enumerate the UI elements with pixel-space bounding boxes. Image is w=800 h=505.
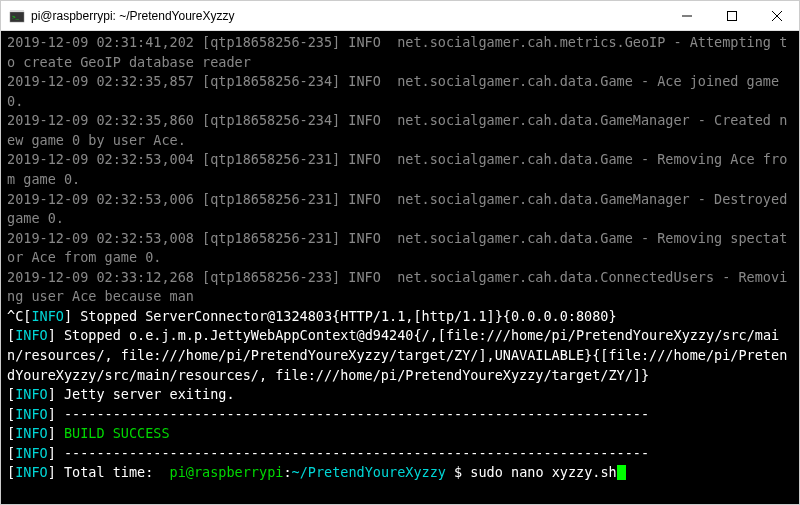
log-line: 2019-12-09 02:31:41,202 [qtp18658256-235… xyxy=(7,34,787,70)
svg-rect-4 xyxy=(727,11,736,20)
bracket: [ xyxy=(7,386,15,402)
bracket: [ xyxy=(7,464,15,480)
bracket: ] xyxy=(48,464,64,480)
bracket: [ xyxy=(7,406,15,422)
bracket: ] xyxy=(48,445,64,461)
minimize-icon xyxy=(682,11,692,21)
info-tag: INFO xyxy=(15,464,48,480)
maximize-icon xyxy=(727,11,737,21)
close-button[interactable] xyxy=(754,1,799,30)
log-text: ] Stopped ServerConnector@1324803{HTTP/1… xyxy=(64,308,617,324)
window-title: pi@raspberrypi: ~/PretendYoureXyzzy xyxy=(31,9,664,23)
prompt-sep: : xyxy=(283,464,291,480)
cursor xyxy=(617,465,626,480)
bracket: [ xyxy=(7,327,15,343)
svg-rect-1 xyxy=(10,10,24,12)
divider: ----------------------------------------… xyxy=(64,406,649,422)
bracket: ] xyxy=(48,406,64,422)
bracket: ] xyxy=(48,425,64,441)
app-icon: >_ xyxy=(9,8,25,24)
info-tag: INFO xyxy=(31,308,64,324)
info-tag: INFO xyxy=(15,445,48,461)
titlebar-controls xyxy=(664,1,799,30)
svg-text:>_: >_ xyxy=(12,14,20,21)
log-text: Jetty server exiting. xyxy=(64,386,235,402)
info-tag: INFO xyxy=(15,406,48,422)
terminal-output[interactable]: 2019-12-09 02:31:41,202 [qtp18658256-235… xyxy=(1,31,799,504)
log-line: 2019-12-09 02:32:53,004 [qtp18658256-231… xyxy=(7,151,787,187)
log-line: 2019-12-09 02:32:35,857 [qtp18658256-234… xyxy=(7,73,787,109)
bracket: [ xyxy=(7,445,15,461)
info-tag: INFO xyxy=(15,386,48,402)
prompt-path: ~/PretendYoureXyzzy xyxy=(292,464,446,480)
bracket: ] xyxy=(48,327,64,343)
divider: ----------------------------------------… xyxy=(64,445,649,461)
total-time-label: Total time: xyxy=(64,464,170,480)
terminal-window: >_ pi@raspberrypi: ~/PretendYoureXyzzy 2… xyxy=(0,0,800,505)
build-success: BUILD SUCCESS xyxy=(64,425,170,441)
maximize-button[interactable] xyxy=(709,1,754,30)
titlebar[interactable]: >_ pi@raspberrypi: ~/PretendYoureXyzzy xyxy=(1,1,799,31)
minimize-button[interactable] xyxy=(664,1,709,30)
prompt-dollar: $ xyxy=(446,464,470,480)
log-text: Stopped o.e.j.m.p.JettyWebAppContext@d94… xyxy=(7,327,787,382)
log-text: ^C[ xyxy=(7,308,31,324)
prompt-user: pi@raspberrypi xyxy=(170,464,284,480)
log-line: 2019-12-09 02:32:53,008 [qtp18658256-231… xyxy=(7,230,787,266)
log-line: 2019-12-09 02:32:53,006 [qtp18658256-231… xyxy=(7,191,795,227)
log-line: 2019-12-09 02:33:12,268 [qtp18658256-233… xyxy=(7,269,787,305)
info-tag: INFO xyxy=(15,425,48,441)
bracket: [ xyxy=(7,425,15,441)
bracket: ] xyxy=(48,386,64,402)
log-line: 2019-12-09 02:32:35,860 [qtp18658256-234… xyxy=(7,112,787,148)
info-tag: INFO xyxy=(15,327,48,343)
command-input[interactable]: sudo nano xyzzy.sh xyxy=(470,464,616,480)
close-icon xyxy=(772,11,782,21)
